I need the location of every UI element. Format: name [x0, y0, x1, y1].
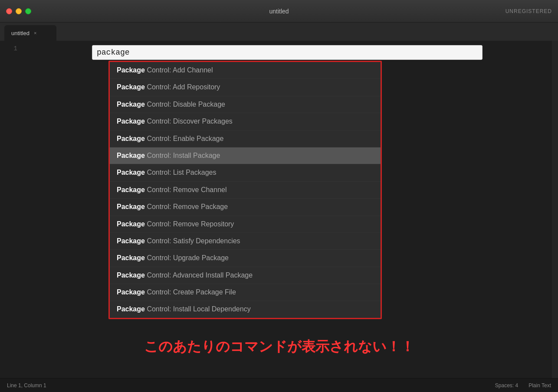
maximize-button[interactable] [25, 8, 31, 14]
indentation-info: Spaces: 4 [495, 382, 518, 389]
window-title: untitled [269, 8, 289, 15]
command-palette-overlay: Package Control: Add ChannelPackage Cont… [23, 41, 552, 378]
cursor-position: Line 1, Column 1 [7, 382, 46, 389]
command-list-item[interactable]: Package Control: Disable Package [110, 96, 381, 113]
command-list-item[interactable]: Package Control: List Packages [110, 164, 381, 181]
tab-close-button[interactable]: × [34, 30, 36, 36]
file-type: Plain Text [528, 382, 551, 389]
registration-status: UNREGISTERED [505, 8, 552, 14]
editor-area: 1 Package Control: Add ChannelPackage Co… [0, 41, 558, 378]
tab-untitled[interactable]: untitled × [4, 25, 56, 41]
command-list-item[interactable]: Package Control: Discover Packages [110, 113, 381, 130]
command-list: Package Control: Add ChannelPackage Cont… [108, 61, 382, 319]
command-list-item[interactable]: Package Control: Satisfy Dependencies [110, 233, 381, 250]
title-bar: untitled UNREGISTERED [0, 0, 558, 23]
command-list-item[interactable]: Package Control: Advanced Install Packag… [110, 267, 381, 284]
minimize-button[interactable] [16, 8, 22, 14]
command-list-item[interactable]: Package Control: Remove Package [110, 199, 381, 216]
line-number: 1 [0, 45, 17, 52]
command-list-item[interactable]: Package Control: Create Package File [110, 284, 381, 301]
tab-label: untitled [11, 30, 30, 36]
command-list-item[interactable]: Package Control: Upgrade Package [110, 250, 381, 267]
code-area: Package Control: Add ChannelPackage Cont… [23, 41, 552, 378]
command-search-input[interactable] [97, 48, 478, 57]
command-list-item[interactable]: Package Control: Add Repository [110, 79, 381, 96]
vertical-scrollbar[interactable] [552, 41, 558, 378]
command-list-item[interactable]: Package Control: Remove Channel [110, 182, 381, 199]
traffic-lights [6, 8, 31, 14]
status-right: Spaces: 4 Plain Text [495, 382, 551, 389]
tab-bar: untitled × [0, 23, 558, 41]
status-bar: Line 1, Column 1 Spaces: 4 Plain Text [0, 378, 558, 392]
command-list-item[interactable]: Package Control: Install Package [110, 147, 381, 164]
command-list-item[interactable]: Package Control: Install Local Dependenc… [110, 301, 381, 317]
command-input-wrapper[interactable] [92, 45, 483, 60]
command-list-item[interactable]: Package Control: Remove Repository [110, 216, 381, 233]
command-list-item[interactable]: Package Control: Enable Package [110, 131, 381, 147]
close-button[interactable] [6, 8, 12, 14]
command-list-item[interactable]: Package Control: Add Channel [110, 62, 381, 79]
annotation-text: このあたりのコマンドが表示されない！！ [0, 337, 558, 356]
line-numbers: 1 [0, 41, 23, 378]
